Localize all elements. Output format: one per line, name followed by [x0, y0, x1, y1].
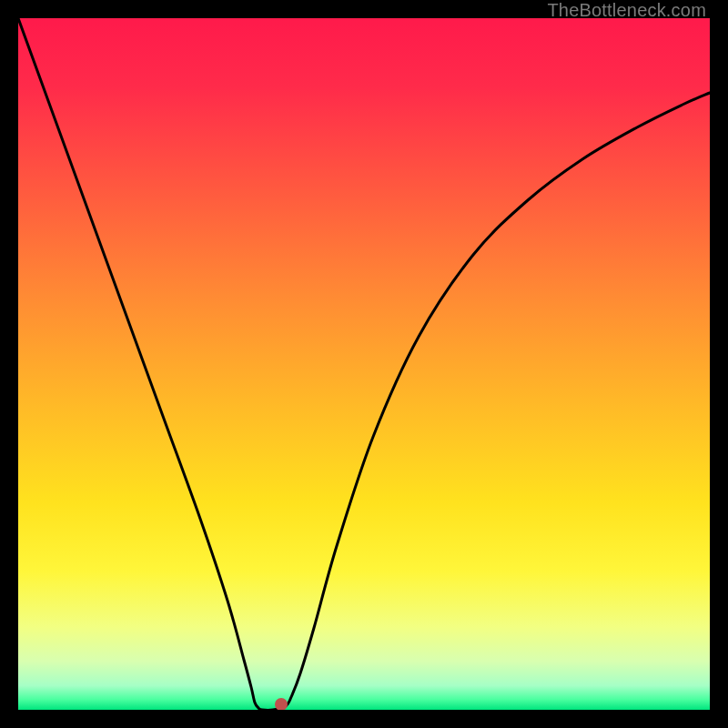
gradient-background — [18, 18, 710, 710]
chart-frame: TheBottleneck.com — [0, 0, 728, 728]
plot-area — [18, 18, 710, 710]
watermark-text: TheBottleneck.com — [547, 0, 706, 21]
chart-svg — [18, 18, 710, 710]
